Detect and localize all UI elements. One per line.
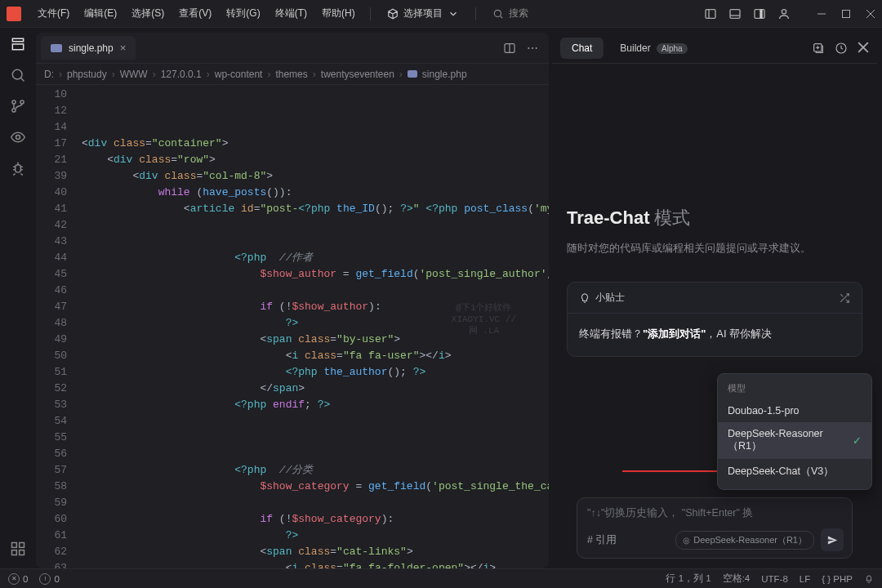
menubar: 文件(F) 编辑(E) 选择(S) 查看(V) 转到(G) 终端(T) 帮助(H… [0,0,882,28]
model-option[interactable]: DeepSeek-Chat（V3） [718,459,871,484]
lightbulb-icon [579,292,590,304]
menu-edit[interactable]: 编辑(E) [78,3,123,24]
svg-point-18 [532,47,533,48]
tab-single-php[interactable]: single.php × [41,36,136,60]
menu-select[interactable]: 选择(S) [125,3,171,24]
svg-rect-12 [12,543,17,548]
crumb[interactable]: phpstudy [67,69,107,80]
model-option-label: DeepSeek-Reasoner（R1） [728,428,853,453]
svg-point-0 [494,10,501,16]
crumb[interactable]: twentyseventeen [321,69,394,80]
chevron-down-icon [448,8,459,20]
crumb[interactable]: WWW [120,69,148,80]
layout-left-icon[interactable] [704,7,717,20]
tab-builder[interactable]: Builder Alpha [608,38,698,59]
check-icon: ✓ [853,434,862,447]
tab-label: single.php [69,42,114,54]
more-icon[interactable] [526,42,539,55]
window-maximize-icon[interactable] [841,9,851,19]
apps-icon[interactable] [10,541,26,557]
account-icon[interactable] [777,7,791,20]
language-mode[interactable]: { } PHP [822,574,853,584]
eol-info[interactable]: LF [800,574,810,584]
project-selector[interactable]: 选择项目 [379,3,467,24]
titlebar-layout-icons [704,7,875,20]
chat-input[interactable]: "↑↓"切换历史输入， "Shift+Enter" 换 # 引用 ◎ DeepS… [577,497,853,559]
cursor-position[interactable]: 行 1，列 1 [666,572,710,585]
split-editor-icon[interactable] [503,42,516,55]
svg-point-10 [16,136,20,140]
svg-rect-11 [16,165,21,172]
tips-card: 小贴士 终端有报错？"添加到对话"，AI 帮你解决 [567,282,862,357]
explorer-icon[interactable] [10,36,26,52]
command-search[interactable]: 搜索 [484,3,702,24]
php-file-icon [408,70,417,78]
alpha-badge: Alpha [657,43,688,54]
chat-subtitle: 随时对您的代码库或编程相关问题提问或寻求建议。 [567,242,862,256]
layout-right-icon[interactable] [753,7,766,20]
crumb[interactable]: 127.0.0.1 [161,69,202,80]
error-count-icon[interactable]: ✕ [8,573,20,585]
svg-rect-14 [12,550,17,555]
close-icon[interactable]: × [120,42,127,54]
search-placeholder: 搜索 [509,7,528,20]
model-option[interactable]: DeepSeek-Reasoner（R1） ✓ [718,422,871,459]
layout-bottom-icon[interactable] [728,7,742,20]
warning-count-icon[interactable]: ! [39,573,51,585]
send-icon [826,534,839,546]
crumb[interactable]: D: [44,69,54,80]
indent-info[interactable]: 空格:4 [723,572,751,585]
git-branch-icon[interactable] [10,98,26,114]
search-icon[interactable] [10,67,26,83]
search-icon [492,8,504,20]
status-bar: ✕ 0 ! 0 行 1，列 1 空格:4 UTF-8 LF { } PHP [0,568,882,588]
svg-rect-5 [843,10,850,17]
editor-panel: single.php × D:› phpstudy› WWW› 127.0.0.… [36,33,549,568]
cube-icon [387,8,399,20]
svg-rect-15 [20,550,24,555]
svg-point-6 [12,69,22,79]
new-chat-icon[interactable] [812,42,825,55]
svg-point-9 [20,100,24,104]
separator [370,7,371,20]
code-area[interactable]: @下1个好软件XIAOYI.VC //网 .LA <div class="con… [75,85,549,568]
menu-terminal[interactable]: 终端(T) [269,3,314,24]
menu-file[interactable]: 文件(F) [31,3,76,24]
chat-reference-label[interactable]: # 引用 [587,533,617,547]
separator [475,7,476,20]
tab-chat[interactable]: Chat [560,38,604,59]
warning-count[interactable]: 0 [54,574,59,584]
window-close-icon[interactable] [866,9,875,19]
chat-body: Trae-Chat模式 随时对您的代码库或编程相关问题提问或寻求建议。 小贴士 … [552,64,877,568]
menu-help[interactable]: 帮助(H) [315,3,362,24]
svg-point-17 [528,47,529,48]
chat-tabs: Chat Builder Alpha [552,33,877,64]
line-gutter: 1012141721394041424344454647484950515253… [36,85,75,568]
svg-point-4 [782,9,786,13]
tips-title: 小贴士 [595,291,625,305]
send-button[interactable] [821,528,844,551]
close-icon[interactable] [858,42,869,53]
crumb[interactable]: wp-content [215,69,263,80]
svg-point-7 [12,100,16,104]
menu-goto[interactable]: 转到(G) [220,3,266,24]
error-count[interactable]: 0 [23,574,28,584]
crumb[interactable]: themes [275,69,307,80]
bell-icon[interactable] [864,574,874,584]
history-icon[interactable] [835,42,848,55]
chat-title: Trae-Chat模式 [567,206,862,230]
breadcrumbs[interactable]: D:› phpstudy› WWW› 127.0.0.1› wp-content… [36,64,549,85]
model-chip[interactable]: ◎ DeepSeek-Reasoner（R1） [675,531,814,550]
model-option[interactable]: Doubao-1.5-pro [718,399,871,422]
code-editor[interactable]: 1012141721394041424344454647484950515253… [36,85,549,568]
eye-icon[interactable] [10,129,26,145]
app-logo [7,7,21,21]
encoding-info[interactable]: UTF-8 [761,574,788,584]
activity-bar [0,28,36,568]
editor-tabs: single.php × [36,33,549,64]
window-minimize-icon[interactable] [817,9,826,19]
shuffle-icon[interactable] [839,292,850,304]
menu-view[interactable]: 查看(V) [172,3,218,24]
crumb[interactable]: single.php [422,69,467,80]
bug-icon[interactable] [10,160,26,176]
